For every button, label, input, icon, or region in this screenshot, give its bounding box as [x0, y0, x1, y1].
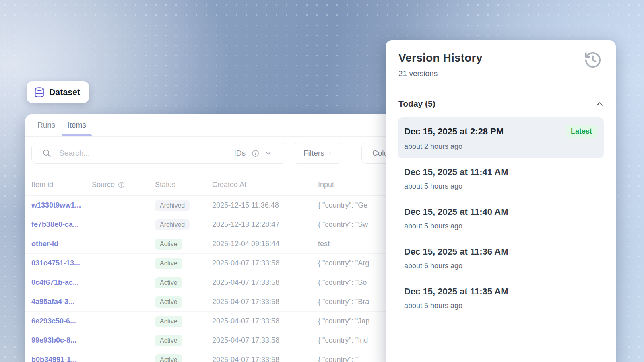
version-group-label: Today (5)	[398, 99, 436, 109]
version-count: 21 versions	[398, 69, 603, 78]
table-header: Item id Source Status Created At Input	[25, 174, 427, 196]
status-badge: Active	[155, 335, 182, 346]
table-row[interactable]: w1330t9ww1... Archived 2025-12-15 11:36:…	[25, 196, 427, 215]
table-row[interactable]: fe7b38e0-ca... Archived 2025-12-13 12:28…	[25, 215, 427, 234]
status-cell: Archived	[155, 200, 212, 211]
table-row[interactable]: 4a95afa4-3... Active 2025-04-07 17:33:58…	[25, 292, 427, 312]
version-entry[interactable]: Dec 15, 2025 at 11:36 AM about 5 hours a…	[398, 239, 604, 278]
version-history-panel: Version History 21 versions Today (5) De…	[386, 40, 616, 362]
status-badge: Active	[155, 258, 182, 269]
version-entries: Dec 15, 2025 at 2:28 PM Latest about 2 h…	[398, 117, 603, 319]
status-cell: Active	[155, 296, 212, 308]
status-cell: Active	[155, 258, 212, 269]
version-date: Dec 15, 2025 at 11:41 AM	[404, 167, 508, 177]
table-row[interactable]: 031c4751-13... Active 2025-04-07 17:33:5…	[25, 254, 427, 273]
created-at-cell: 2025-12-13 12:28:47	[212, 220, 318, 229]
dataset-chip[interactable]: Dataset	[27, 81, 89, 103]
version-date: Dec 15, 2025 at 11:35 AM	[404, 286, 508, 297]
created-at-cell: 2025-04-07 17:33:58	[212, 356, 318, 362]
tab-bar: Runs Items	[25, 114, 427, 137]
item-id-link[interactable]: w1330t9ww1...	[31, 201, 92, 210]
created-at-cell: 2025-04-07 17:33:58	[212, 259, 318, 267]
item-id-link[interactable]: 6e293c50-6...	[31, 317, 92, 325]
search-placeholder: Search...	[59, 149, 90, 158]
status-badge: Archived	[155, 200, 190, 211]
chevron-up-icon[interactable]	[596, 102, 603, 106]
table-row[interactable]: 0c4f671b-ac... Active 2025-04-07 17:33:5…	[25, 273, 427, 292]
tab-items[interactable]: Items	[67, 114, 86, 136]
status-badge: Active	[155, 277, 182, 288]
item-id-link[interactable]: 99e93b0c-8...	[31, 336, 92, 345]
created-at-cell: 2025-12-04 09:16:44	[212, 240, 318, 248]
status-badge: Active	[155, 296, 182, 308]
version-entry[interactable]: Dec 15, 2025 at 11:41 AM about 5 hours a…	[398, 159, 604, 198]
table-row[interactable]: other-id Active 2025-12-04 09:16:44 test	[25, 234, 427, 254]
ids-dropdown[interactable]: IDs	[234, 149, 272, 158]
status-cell: Active	[155, 277, 212, 288]
chevron-down-icon	[265, 151, 271, 155]
info-icon	[252, 150, 259, 157]
version-entry[interactable]: Dec 15, 2025 at 11:35 AM about 5 hours a…	[398, 279, 604, 318]
latest-badge: Latest	[566, 125, 597, 138]
table-row[interactable]: 6e293c50-6... Active 2025-04-07 17:33:58…	[25, 312, 427, 331]
version-entry[interactable]: Dec 15, 2025 at 2:28 PM Latest about 2 h…	[398, 117, 604, 158]
column-header-item-id: Item id	[31, 181, 92, 189]
column-header-created-at: Created At	[212, 181, 318, 189]
version-relative-time: about 5 hours ago	[404, 222, 597, 230]
tab-runs[interactable]: Runs	[37, 114, 55, 136]
version-date: Dec 15, 2025 at 11:36 AM	[404, 247, 508, 257]
database-icon	[34, 87, 45, 98]
source-header-label: Source	[92, 181, 115, 189]
status-badge: Active	[155, 354, 182, 362]
ids-label: IDs	[234, 149, 246, 158]
item-id-link[interactable]: 4a95afa4-3...	[31, 298, 92, 306]
chevron-down-icon	[329, 151, 331, 155]
status-cell: Active	[155, 354, 212, 362]
column-header-source: Source	[92, 181, 155, 189]
created-at-cell: 2025-04-07 17:33:58	[212, 278, 318, 287]
item-id-link[interactable]: 0c4f671b-ac...	[31, 278, 92, 287]
status-badge: Active	[155, 316, 182, 327]
version-date: Dec 15, 2025 at 2:28 PM	[404, 126, 504, 137]
status-badge: Active	[155, 239, 182, 250]
column-header-status: Status	[155, 181, 212, 189]
version-relative-time: about 2 hours ago	[404, 142, 597, 151]
item-id-link[interactable]: b0b34991-1...	[31, 356, 92, 362]
version-date: Dec 15, 2025 at 11:40 AM	[404, 207, 508, 217]
search-icon	[42, 149, 51, 158]
info-icon	[118, 181, 125, 188]
version-entry[interactable]: Dec 15, 2025 at 11:40 AM about 5 hours a…	[398, 199, 604, 238]
toolbar: Search... IDs Filters Colu	[25, 143, 427, 164]
status-cell: Active	[155, 335, 212, 346]
filters-label: Filters	[303, 149, 324, 158]
table-row[interactable]: 99e93b0c-8... Active 2025-04-07 17:33:58…	[25, 331, 427, 350]
item-id-link[interactable]: fe7b38e0-ca...	[31, 220, 92, 229]
version-relative-time: about 5 hours ago	[404, 302, 597, 310]
created-at-cell: 2025-04-07 17:33:58	[212, 298, 318, 306]
version-relative-time: about 5 hours ago	[404, 182, 597, 191]
dataset-chip-label: Dataset	[49, 87, 80, 97]
table-body: w1330t9ww1... Archived 2025-12-15 11:36:…	[25, 196, 427, 362]
version-history-title: Version History	[398, 51, 603, 64]
created-at-cell: 2025-04-07 17:33:58	[212, 317, 318, 325]
status-cell: Archived	[155, 219, 212, 230]
version-group-today[interactable]: Today (5)	[398, 99, 603, 109]
status-cell: Active	[155, 316, 212, 327]
status-badge: Archived	[155, 219, 190, 230]
created-at-cell: 2025-04-07 17:33:58	[212, 336, 318, 345]
created-at-cell: 2025-12-15 11:36:48	[212, 201, 318, 210]
item-id-link[interactable]: 031c4751-13...	[31, 259, 92, 267]
status-cell: Active	[155, 239, 212, 250]
dataset-items-card: Runs Items Search... IDs Filters	[25, 114, 427, 362]
search-input[interactable]: Search... IDs	[31, 143, 286, 164]
history-icon	[584, 51, 602, 69]
filters-button[interactable]: Filters	[293, 143, 342, 164]
version-relative-time: about 5 hours ago	[404, 262, 597, 270]
table-row[interactable]: b0b34991-1... Active 2025-04-07 17:33:58…	[25, 350, 427, 362]
item-id-link[interactable]: other-id	[31, 240, 92, 248]
